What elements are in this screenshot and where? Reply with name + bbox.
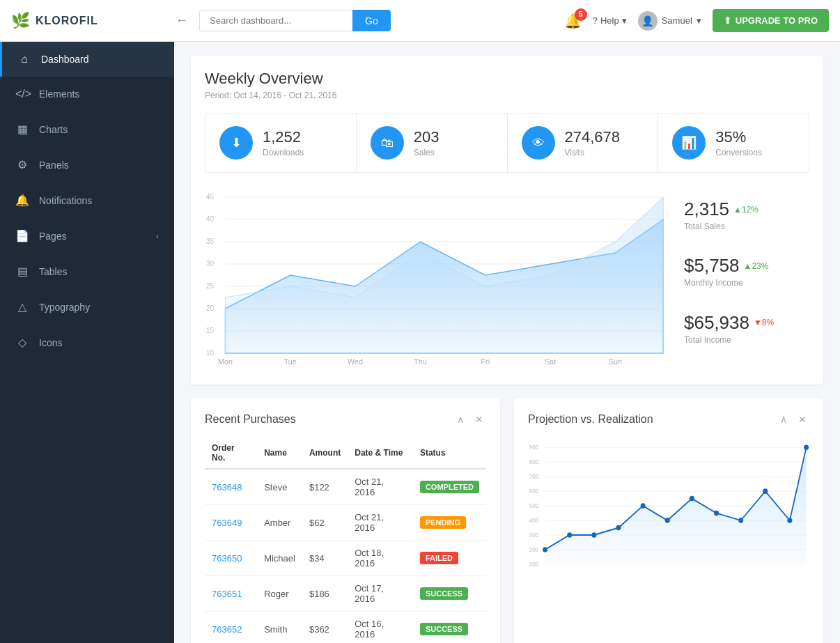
sidebar-item-icons[interactable]: ◇ Icons xyxy=(0,325,174,360)
date-time: Oct 21, 2016 xyxy=(348,469,413,505)
status-badge: SUCCESS xyxy=(420,623,468,635)
stat-conversions: 📊 35% Conversions xyxy=(658,114,809,172)
sidebar-item-pages[interactable]: 📄 Pages ‹ xyxy=(0,218,174,254)
sidebar-item-dashboard[interactable]: ⌂ Dashboard xyxy=(0,42,174,77)
order-link[interactable]: 763648 xyxy=(212,482,242,493)
svg-text:10: 10 xyxy=(206,349,214,357)
sidebar-item-typography[interactable]: △ Typography xyxy=(0,289,174,325)
stats-row: ⬇ 1,252 Downloads 🛍 203 Sales xyxy=(205,113,809,173)
download-icon: ⬇ xyxy=(231,135,242,150)
sales-value: 203 xyxy=(414,128,440,146)
order-number: 763651 xyxy=(205,576,257,612)
monthly-income-change: ▲23% xyxy=(744,261,769,271)
date-time: Oct 17, 2016 xyxy=(348,576,413,612)
sales-icon-wrap: 🛍 xyxy=(371,126,404,160)
order-link[interactable]: 763649 xyxy=(212,518,242,528)
top-navigation: 🌿 KLOROFIL ← Go 🔔 5 ? Help ▾ 👤 Samuel ▾ … xyxy=(0,0,840,42)
user-menu-button[interactable]: 👤 Samuel ▾ xyxy=(638,11,701,31)
downloads-icon-wrap: ⬇ xyxy=(219,126,253,160)
panels-icon: ⚙ xyxy=(15,158,29,171)
svg-text:25: 25 xyxy=(206,282,214,290)
projection-card: Projection vs. Realization ∧ ✕ xyxy=(514,398,823,643)
stat-downloads: ⬇ 1,252 Downloads xyxy=(205,114,357,172)
purchases-close-button[interactable]: ✕ xyxy=(472,412,486,426)
col-date: Date & Time xyxy=(348,437,413,469)
downloads-value: 1,252 xyxy=(263,128,304,146)
icons-icon: ◇ xyxy=(15,336,29,349)
total-sales-value: 2,315 ▲12% xyxy=(684,199,809,220)
svg-marker-42 xyxy=(545,447,807,566)
sidebar-item-tables[interactable]: ▤ Tables xyxy=(0,254,174,289)
sidebar-item-notifications[interactable]: 🔔 Notifications xyxy=(0,183,174,218)
total-income-label: Total Income xyxy=(684,335,809,345)
stat-visits: 👁 274,678 Visits xyxy=(508,114,659,172)
customer-name: Smith xyxy=(257,612,302,644)
order-number: 763648 xyxy=(205,469,257,505)
total-income-change: ▼8% xyxy=(754,318,774,327)
sidebar-item-panels[interactable]: ⚙ Panels xyxy=(0,147,174,183)
sidebar-item-charts[interactable]: ▦ Charts xyxy=(0,111,174,147)
help-label: Help xyxy=(600,15,619,26)
svg-point-49 xyxy=(690,496,694,502)
svg-text:600: 600 xyxy=(529,488,539,495)
svg-point-53 xyxy=(787,518,792,523)
pages-arrow-icon: ‹ xyxy=(156,232,159,240)
svg-text:Sat: Sat xyxy=(545,357,556,366)
svg-point-46 xyxy=(616,525,621,531)
sidebar-item-label: Notifications xyxy=(39,195,92,206)
svg-text:100: 100 xyxy=(529,561,539,567)
upgrade-label: UPGRADE TO PRO xyxy=(736,15,818,26)
stat-sales: 🛍 203 Sales xyxy=(357,114,508,172)
search-input[interactable] xyxy=(199,10,352,31)
monthly-income-label: Monthly Income xyxy=(684,278,809,288)
back-button[interactable]: ← xyxy=(173,10,191,31)
svg-text:300: 300 xyxy=(529,532,539,539)
status-badge: PENDING xyxy=(420,516,466,529)
svg-point-51 xyxy=(738,518,743,523)
stat-info: 35% Conversions xyxy=(715,128,762,157)
typography-icon: △ xyxy=(15,300,29,313)
stat-info: 203 Sales xyxy=(414,128,440,157)
order-link[interactable]: 763650 xyxy=(212,553,242,564)
amount: $122 xyxy=(302,469,348,505)
col-status: Status xyxy=(413,437,486,469)
weekly-period: Period: Oct 14, 2016 - Oct 21, 2016 xyxy=(205,91,809,100)
sidebar-item-label: Dashboard xyxy=(41,54,89,65)
purchases-collapse-button[interactable]: ∧ xyxy=(454,412,467,426)
weekly-title: Weekly Overview xyxy=(205,70,809,88)
svg-point-47 xyxy=(641,503,646,509)
order-link[interactable]: 763652 xyxy=(212,624,242,635)
help-button[interactable]: ? Help ▾ xyxy=(593,15,627,26)
projection-header: Projection vs. Realization ∧ ✕ xyxy=(528,412,809,426)
svg-text:35: 35 xyxy=(206,238,214,245)
purchases-actions: ∧ ✕ xyxy=(454,412,486,426)
sales-icon: 🛍 xyxy=(381,136,394,150)
go-button[interactable]: Go xyxy=(352,10,391,31)
notification-bell[interactable]: 🔔 5 xyxy=(564,13,582,29)
conversions-label: Conversions xyxy=(715,148,762,157)
chart-stats: 2,315 ▲12% Total Sales $5,758 ▲23% Month… xyxy=(684,187,809,371)
projection-chart-area: 900 800 700 600 500 400 300 200 100 xyxy=(528,437,809,580)
purchases-title: Recent Purchases xyxy=(205,413,454,426)
amount: $34 xyxy=(302,541,348,576)
home-icon: ⌂ xyxy=(17,53,31,65)
order-number: 763649 xyxy=(205,505,257,541)
upgrade-button[interactable]: ⬆ UPGRADE TO PRO xyxy=(713,9,829,32)
monthly-income-value: $5,758 ▲23% xyxy=(684,255,809,277)
logo-text: KLOROFIL xyxy=(36,15,98,27)
stat-info: 1,252 Downloads xyxy=(263,128,304,157)
status-badge: COMPLETED xyxy=(420,481,479,493)
sidebar-item-label: Pages xyxy=(39,231,67,242)
projection-collapse-button[interactable]: ∧ xyxy=(777,412,790,426)
svg-text:Fri: Fri xyxy=(481,357,490,366)
status: SUCCESS xyxy=(413,576,486,612)
chart-stat-total-sales: 2,315 ▲12% Total Sales xyxy=(684,199,809,231)
order-link[interactable]: 763651 xyxy=(212,589,242,599)
svg-text:Wed: Wed xyxy=(348,357,363,366)
sidebar-item-elements[interactable]: </> Elements xyxy=(0,77,174,111)
purchases-card: Recent Purchases ∧ ✕ Order No. Name Amou… xyxy=(191,398,500,643)
svg-text:45: 45 xyxy=(206,193,214,201)
purchases-table: Order No. Name Amount Date & Time Status… xyxy=(205,437,486,643)
status: COMPLETED xyxy=(413,469,486,505)
projection-close-button[interactable]: ✕ xyxy=(795,412,809,426)
